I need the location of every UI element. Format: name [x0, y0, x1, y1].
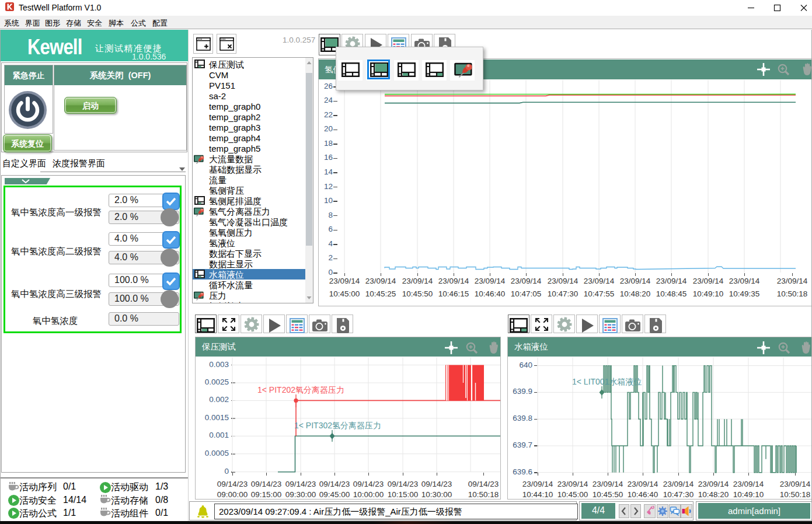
svg-text:1< PIT302氢分离器压力: 1< PIT302氢分离器压力: [294, 421, 381, 430]
svg-text:1< LIT001水箱液位: 1< LIT001水箱液位: [572, 377, 642, 386]
svg-text:1< PIT202氧分离器压力: 1< PIT202氧分离器压力: [257, 385, 344, 394]
